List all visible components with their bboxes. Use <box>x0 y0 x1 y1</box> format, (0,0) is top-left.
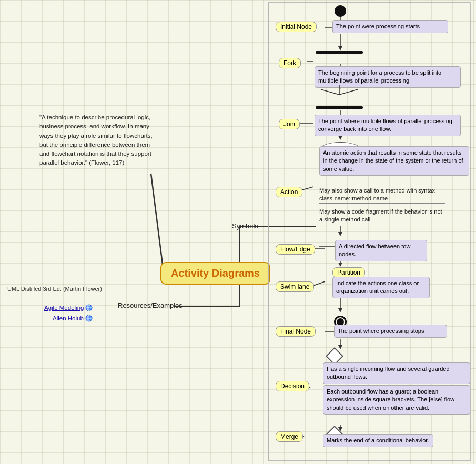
action-desc2: May also show a call to a method with sy… <box>319 187 445 204</box>
decision-desc1: Has a single incoming flow and several g… <box>323 362 470 384</box>
initial-node-symbol <box>335 5 346 17</box>
decision-desc2: Each outbound flow has a guard; a boolea… <box>323 385 470 415</box>
swim-lane-label: Swim lane <box>276 281 314 292</box>
reference-text: UML Distilled 3rd Ed. (Martin Flower) <box>7 286 102 292</box>
join-label: Join <box>279 119 300 129</box>
svg-line-44 <box>321 89 339 95</box>
join-desc: The point where multiple flows of parall… <box>315 115 461 136</box>
svg-marker-13 <box>338 136 342 140</box>
svg-line-45 <box>339 89 358 95</box>
swim-lane-desc: Indicate the actions one class or organi… <box>332 277 430 298</box>
action-desc1: An atomic action that results in some st… <box>319 146 469 176</box>
svg-line-21 <box>313 281 325 286</box>
resources-section-label: Resources/Examples <box>118 301 183 309</box>
svg-marker-23 <box>338 308 342 312</box>
svg-marker-20 <box>338 263 342 267</box>
globe-icon-allen <box>85 315 93 322</box>
svg-line-34 <box>151 174 163 268</box>
svg-marker-17 <box>338 232 342 236</box>
fork-bar-symbol <box>316 51 363 54</box>
svg-marker-26 <box>338 345 342 349</box>
merge-label: Merge <box>276 431 303 442</box>
quote-text: "A technique to describe procedural logi… <box>39 113 160 168</box>
allen-holub-link[interactable]: Allen Holub <box>53 315 93 322</box>
fork-label: Fork <box>279 58 301 68</box>
decision-label: Decision <box>276 381 309 391</box>
globe-icon-agile <box>85 304 93 311</box>
final-node-label: Final Node <box>276 326 316 337</box>
symbols-section-label: Symbols <box>232 222 258 230</box>
final-node-desc: The point where processing stops <box>334 325 447 338</box>
fork-desc: The beginning point for a process to be … <box>315 66 461 88</box>
activity-diagrams-title: Activity Diagrams <box>160 262 270 285</box>
action-label: Action <box>276 187 302 197</box>
initial-node-desc: The point were processing starts <box>332 20 448 33</box>
join-bar-symbol <box>316 106 363 109</box>
initial-node-label: Initial Node <box>276 22 317 32</box>
action-desc3: May show a code fragment if the behavior… <box>319 208 445 224</box>
flow-edge-desc: A directed flow between tow nodes. <box>335 240 427 261</box>
agile-modeling-link[interactable]: Agile Modeling <box>44 304 93 311</box>
merge-desc: Marks the end of a conditional behavior. <box>323 434 433 447</box>
svg-marker-8 <box>338 46 342 51</box>
flow-edge-label: Flow/Edge <box>276 244 315 255</box>
partition-label: Partition <box>332 267 365 278</box>
